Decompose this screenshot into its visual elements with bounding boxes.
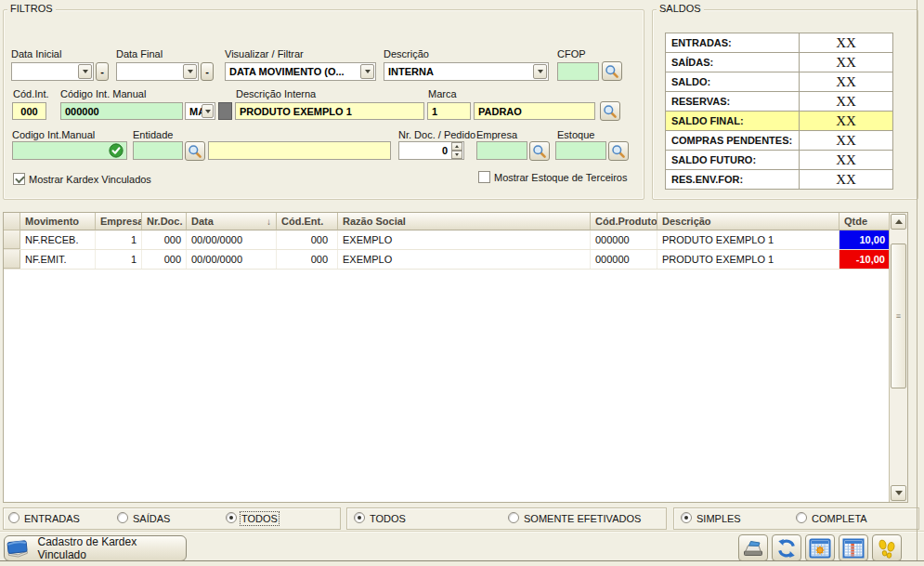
print-button[interactable] bbox=[738, 534, 768, 561]
radio-saidas[interactable] bbox=[117, 512, 128, 523]
col-header-codent[interactable]: Cód.Ent. bbox=[277, 213, 338, 230]
ma-select[interactable]: MA bbox=[185, 102, 215, 120]
data-final-input[interactable] bbox=[116, 62, 199, 81]
chevron-down-icon bbox=[188, 70, 193, 73]
kardex-window: FILTROS Data Inicial - Data Final - Visu… bbox=[0, 0, 924, 566]
descricao-dropdown-button[interactable] bbox=[533, 64, 547, 79]
entidade-search-button[interactable] bbox=[185, 141, 205, 161]
radio-saidas-label[interactable]: SAÍDAS bbox=[133, 513, 170, 524]
cell-empresa: 1 bbox=[96, 250, 142, 269]
search-icon bbox=[603, 104, 618, 119]
radio-entradas[interactable] bbox=[8, 512, 20, 523]
chevron-down-icon bbox=[365, 70, 371, 73]
scrollbar-thumb[interactable]: ≡ bbox=[891, 244, 906, 388]
codigo-int-manual-label: Código Int. Manual bbox=[60, 88, 146, 99]
grid-vertical-scrollbar[interactable]: ≡ bbox=[889, 213, 907, 502]
cell-qtde: 10,00 bbox=[839, 230, 891, 249]
scroll-down-button[interactable] bbox=[891, 485, 906, 501]
visualizar-dropdown-button[interactable] bbox=[360, 64, 374, 79]
radio-somente-efetivados-label[interactable]: SOMENTE EFETIVADOS bbox=[524, 513, 641, 524]
data-inicial-input[interactable] bbox=[11, 62, 94, 81]
footprints-button[interactable] bbox=[872, 534, 902, 561]
estoque-label: Estoque bbox=[557, 129, 594, 140]
estoque-search-button[interactable] bbox=[608, 141, 629, 161]
data-final-dropdown-button[interactable] bbox=[183, 64, 197, 79]
printer-icon bbox=[742, 538, 764, 559]
cell-nrdoc: 000 bbox=[142, 230, 187, 249]
cod-int-field[interactable]: 000 bbox=[12, 102, 46, 120]
ma-dropdown-button[interactable] bbox=[202, 104, 214, 118]
visualizar-filtrar-select[interactable]: DATA MOVIMENTO (O... bbox=[225, 62, 376, 81]
radio-todos-status[interactable] bbox=[354, 512, 365, 523]
col-header-qtde[interactable]: Qtde bbox=[839, 213, 891, 230]
cell-descricao: PRODUTO EXEMPLO 1 bbox=[657, 230, 839, 249]
entidade-label: Entidade bbox=[133, 129, 173, 140]
row-selector-cell[interactable] bbox=[4, 230, 20, 249]
cfop-input[interactable] bbox=[557, 62, 599, 81]
col-header-empresa[interactable]: Empresa bbox=[96, 213, 142, 230]
marca-search-button[interactable] bbox=[600, 101, 620, 121]
cfop-search-button[interactable] bbox=[602, 61, 622, 81]
spin-up-button[interactable] bbox=[451, 142, 462, 151]
saldos-title: SALDOS bbox=[657, 3, 704, 14]
empresa-search-button[interactable] bbox=[529, 141, 550, 161]
saldos-row: SALDO: XX bbox=[666, 72, 892, 92]
radio-todos-status-label[interactable]: TODOS bbox=[370, 513, 406, 524]
codigo-int-manual2-field[interactable] bbox=[12, 141, 127, 160]
cell-movimento: NF.RECEB. bbox=[20, 230, 96, 249]
empresa-label: Empresa bbox=[476, 129, 517, 140]
table-columns-button[interactable] bbox=[839, 534, 868, 561]
radio-todos-direcao[interactable] bbox=[226, 512, 237, 523]
saldos-row-value: XX bbox=[800, 53, 892, 72]
radio-todos-direcao-label[interactable]: TODOS bbox=[241, 513, 278, 524]
cell-codproduto: 000000 bbox=[591, 230, 657, 249]
col-header-movimento[interactable]: Movimento bbox=[20, 213, 96, 230]
radio-somente-efetivados[interactable] bbox=[508, 512, 519, 523]
empresa-field[interactable] bbox=[476, 141, 527, 160]
mostrar-terceiros-checkbox[interactable] bbox=[478, 171, 490, 183]
cell-qtde: -10,00 bbox=[839, 250, 891, 269]
cell-codent: 000 bbox=[277, 250, 338, 269]
marca-nome-field[interactable]: PADRAO bbox=[474, 102, 595, 120]
radio-completa[interactable] bbox=[796, 512, 807, 523]
data-inicial-clear-button[interactable]: - bbox=[96, 62, 109, 81]
data-final-label: Data Final bbox=[116, 48, 163, 59]
window-right-border bbox=[917, 0, 917, 560]
cell-codproduto: 000000 bbox=[591, 250, 657, 269]
descricao-interna-field[interactable]: PRODUTO EXEMPLO 1 bbox=[235, 102, 424, 120]
entidade-nome-field[interactable] bbox=[208, 141, 391, 160]
col-header-razao-social[interactable]: Razão Social bbox=[338, 213, 591, 230]
estoque-field[interactable] bbox=[555, 141, 606, 160]
table-columns-icon bbox=[842, 538, 865, 559]
col-header-data[interactable]: Data ↓ bbox=[187, 213, 277, 230]
codigo-int-manual-field[interactable]: 000000 bbox=[60, 102, 183, 120]
visualizar-filtrar-value: DATA MOVIMENTO (O... bbox=[229, 66, 345, 77]
radio-completa-label[interactable]: COMPLETA bbox=[812, 513, 867, 524]
scroll-up-button[interactable] bbox=[891, 214, 906, 230]
grid-row-2[interactable]: NF.EMIT. 1 000 00/00/0000 000 EXEMPLO 00… bbox=[4, 250, 907, 270]
col-header-codproduto[interactable]: Cód.Produto bbox=[591, 213, 657, 230]
cadastro-kardex-button[interactable]: Cadastro de Kardex Vinculado bbox=[4, 535, 187, 561]
entidade-codigo-field[interactable] bbox=[133, 141, 183, 160]
dark-square-button[interactable] bbox=[218, 102, 232, 120]
descricao-select[interactable]: INTERNA bbox=[384, 62, 549, 81]
marca-codigo-field[interactable]: 1 bbox=[427, 102, 471, 120]
data-inicial-dropdown-button[interactable] bbox=[78, 64, 92, 79]
saldos-row-value: XX bbox=[800, 170, 892, 189]
radio-simples[interactable] bbox=[681, 512, 692, 523]
saldos-row-value: XX bbox=[800, 72, 892, 91]
nr-doc-spin-buttons[interactable] bbox=[451, 142, 462, 159]
cell-descricao: PRODUTO EXEMPLO 1 bbox=[657, 250, 839, 269]
data-final-clear-button[interactable]: - bbox=[201, 62, 214, 81]
row-selector-cell[interactable] bbox=[4, 250, 20, 269]
calendar-button[interactable] bbox=[805, 534, 835, 561]
col-header-descricao[interactable]: Descrição bbox=[657, 213, 839, 230]
radio-simples-label[interactable]: SIMPLES bbox=[696, 513, 741, 524]
mostrar-kardex-checkbox[interactable] bbox=[13, 173, 25, 185]
spin-down-button[interactable] bbox=[451, 151, 462, 159]
grid-row-1[interactable]: NF.RECEB. 1 000 00/00/0000 000 EXEMPLO 0… bbox=[4, 230, 907, 250]
refresh-button[interactable] bbox=[772, 534, 801, 561]
radio-entradas-label[interactable]: ENTRADAS bbox=[24, 513, 80, 524]
col-header-nrdoc[interactable]: Nr.Doc. bbox=[142, 213, 187, 230]
cell-data: 00/00/0000 bbox=[187, 230, 277, 249]
